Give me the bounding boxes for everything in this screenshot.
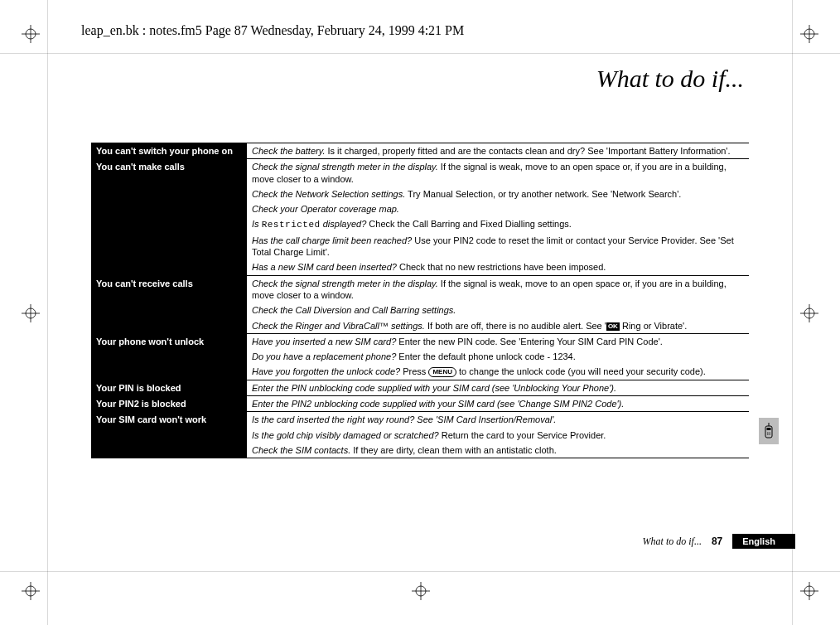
menu-button-icon: MENU: [428, 367, 456, 377]
solution-text: Is the card inserted the right way round…: [247, 412, 749, 428]
solution-text: Has a new SIM card been inserted? Check …: [247, 259, 749, 275]
registration-mark: [800, 304, 818, 322]
registration-mark: [22, 25, 40, 43]
solution-text: Check the Ringer and VibraCall™ settings…: [247, 318, 749, 334]
document-header: leap_en.bk : notes.fm5 Page 87 Wednesday…: [81, 23, 464, 38]
solution-text: Is Restricted displayed? Check the Call …: [247, 216, 749, 232]
problem-label-continuation: [91, 259, 247, 275]
registration-mark: [412, 582, 430, 600]
problem-label-continuation: [91, 201, 247, 216]
solution-text: Do you have a replacement phone? Enter t…: [247, 349, 749, 364]
solution-text: Check the signal strength meter in the d…: [247, 275, 749, 303]
svg-rect-23: [767, 428, 771, 430]
solution-text: Has the call charge limit been reached? …: [247, 233, 749, 260]
problem-label-continuation: [91, 364, 247, 380]
problem-label-continuation: [91, 318, 247, 334]
crop-line-top: [0, 53, 840, 54]
language-tab: English: [732, 534, 795, 549]
problem-label-continuation: [91, 216, 247, 232]
svg-point-28: [768, 434, 769, 434]
solution-text: Check the signal strength meter in the d…: [247, 159, 749, 187]
problem-label: You can't make calls: [91, 159, 247, 187]
svg-point-27: [767, 434, 768, 434]
solution-text: Enter the PIN unblocking code supplied w…: [247, 380, 749, 395]
page-body: What to do if... You can't switch your p…: [91, 65, 749, 458]
footer-section-title: What to do if...: [643, 535, 702, 548]
problem-label-continuation: [91, 187, 247, 201]
solution-text: Check the Network Selection settings. Tr…: [247, 187, 749, 201]
svg-point-29: [770, 434, 770, 434]
crop-line-bottom: [0, 571, 840, 572]
phone-icon: [759, 418, 779, 444]
troubleshooting-table: You can't switch your phone onCheck the …: [91, 143, 749, 458]
problem-label-continuation: [91, 349, 247, 364]
solution-text: Check the Call Diversion and Call Barrin…: [247, 303, 749, 317]
crop-line-right: [792, 0, 793, 625]
problem-label: You can't switch your phone on: [91, 143, 247, 159]
crop-line-left: [47, 0, 48, 625]
problem-label: Your PIN is blocked: [91, 380, 247, 395]
problem-label: You can't receive calls: [91, 275, 247, 303]
registration-mark: [800, 25, 818, 43]
problem-label: Your phone won't unlock: [91, 333, 247, 349]
registration-mark: [22, 582, 40, 600]
svg-point-25: [768, 432, 769, 433]
solution-text: Have you forgotten the unlock code? Pres…: [247, 364, 749, 380]
solution-text: Is the gold chip visibly damaged or scra…: [247, 428, 749, 443]
solution-text: Check the battery. Is it charged, proper…: [247, 143, 749, 159]
problem-label: Your PIN2 is blocked: [91, 396, 247, 412]
page-footer: What to do if... 87 English: [0, 534, 840, 550]
svg-point-24: [767, 432, 768, 433]
page-number: 87: [712, 535, 722, 547]
solution-text: Have you inserted a new SIM card? Enter …: [247, 333, 749, 349]
problem-label-continuation: [91, 443, 247, 458]
registration-mark: [800, 582, 818, 600]
problem-label-continuation: [91, 428, 247, 443]
svg-point-26: [770, 432, 770, 433]
page-title: What to do if...: [91, 65, 749, 93]
solution-text: Check the SIM contacts. If they are dirt…: [247, 443, 749, 458]
registration-mark: [22, 304, 40, 322]
problem-label: Your SIM card won't work: [91, 412, 247, 428]
solution-text: Enter the PIN2 unblocking code supplied …: [247, 396, 749, 412]
ok-badge-icon: OK: [606, 322, 620, 331]
problem-label-continuation: [91, 303, 247, 317]
solution-text: Check your Operator coverage map.: [247, 201, 749, 216]
problem-label-continuation: [91, 233, 247, 260]
